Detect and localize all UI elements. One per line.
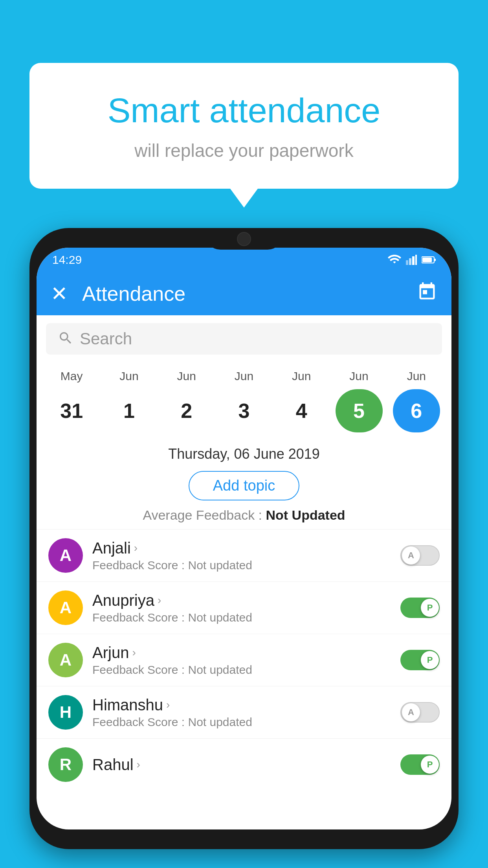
chevron-icon-rahul: › xyxy=(137,758,140,771)
battery-icon xyxy=(422,256,436,264)
avatar-rahul: R xyxy=(48,747,83,782)
student-info-arjun: Arjun › Feedback Score : Not updated xyxy=(92,644,400,677)
toggle-thumb-rahul: P xyxy=(421,756,439,774)
student-info-himanshu: Himanshu › Feedback Score : Not updated xyxy=(92,696,400,729)
month-cell-4: Jun xyxy=(278,370,325,383)
toggle-anupriya[interactable]: P xyxy=(400,598,440,618)
wifi-icon xyxy=(388,255,401,265)
phone-screen: 14:29 xyxy=(37,248,451,829)
status-time: 14:29 xyxy=(52,253,82,267)
avg-feedback-value: Not Updated xyxy=(266,508,345,522)
toggle-arjun[interactable]: P xyxy=(400,650,440,670)
date-cell-1[interactable]: 1 xyxy=(105,389,152,432)
speech-bubble-container: Smart attendance will replace your paper… xyxy=(29,63,459,189)
student-item-himanshu[interactable]: H Himanshu › Feedback Score : Not update… xyxy=(37,686,451,738)
svg-rect-2 xyxy=(412,256,415,265)
svg-rect-0 xyxy=(406,260,408,265)
date-cell-2[interactable]: 2 xyxy=(163,389,210,432)
chevron-icon-arjun: › xyxy=(132,646,136,659)
toggle-thumb-anjali: A xyxy=(402,546,420,565)
toggle-anjali[interactable]: A xyxy=(400,545,440,566)
avatar-anupriya: A xyxy=(48,590,83,625)
toggle-thumb-anupriya: P xyxy=(421,599,439,617)
bubble-subtitle: will replace your paperwork xyxy=(61,140,427,161)
date-cell-3[interactable]: 3 xyxy=(220,389,268,432)
student-item-anjali[interactable]: A Anjali › Feedback Score : Not updated … xyxy=(37,529,451,581)
chevron-icon-anupriya: › xyxy=(158,594,161,607)
month-cell-5: Jun xyxy=(336,370,383,383)
app-header: ✕ Attendance xyxy=(37,272,451,315)
toggle-rahul[interactable]: P xyxy=(400,754,440,775)
student-name-rahul: Rahul › xyxy=(92,756,400,774)
phone-notch xyxy=(205,228,283,250)
student-name-arjun: Arjun › xyxy=(92,644,400,662)
avatar-himanshu: H xyxy=(48,695,83,730)
student-info-anjali: Anjali › Feedback Score : Not updated xyxy=(92,539,400,572)
student-item-anupriya[interactable]: A Anupriya › Feedback Score : Not update… xyxy=(37,581,451,634)
student-name-anupriya: Anupriya › xyxy=(92,592,400,609)
svg-rect-1 xyxy=(409,258,411,265)
student-feedback-anjali: Feedback Score : Not updated xyxy=(92,559,400,572)
student-feedback-arjun: Feedback Score : Not updated xyxy=(92,663,400,677)
svg-rect-6 xyxy=(422,257,432,262)
close-button[interactable]: ✕ xyxy=(51,283,68,304)
calendar-icon[interactable] xyxy=(417,281,437,306)
student-name-himanshu: Himanshu › xyxy=(92,696,400,714)
student-feedback-himanshu: Feedback Score : Not updated xyxy=(92,715,400,729)
header-title: Attendance xyxy=(82,282,417,305)
status-bar: 14:29 xyxy=(37,248,451,272)
toggle-thumb-arjun: P xyxy=(421,651,439,669)
student-info-rahul: Rahul › xyxy=(92,756,400,774)
svg-rect-3 xyxy=(415,255,417,265)
student-item-arjun[interactable]: A Arjun › Feedback Score : Not updated P xyxy=(37,634,451,686)
date-cell-0[interactable]: 31 xyxy=(48,389,95,432)
month-cell-2: Jun xyxy=(163,370,210,383)
student-feedback-anupriya: Feedback Score : Not updated xyxy=(92,611,400,624)
student-name-anjali: Anjali › xyxy=(92,539,400,557)
date-cell-4[interactable]: 4 xyxy=(278,389,325,432)
add-topic-button[interactable]: Add topic xyxy=(189,471,299,500)
date-cell-6[interactable]: 6 xyxy=(393,389,440,432)
svg-rect-5 xyxy=(434,259,436,261)
selected-date-info: Thursday, 06 June 2019 xyxy=(37,440,451,467)
calendar-strip: May Jun Jun Jun Jun Jun Jun 31 1 2 3 4 5… xyxy=(37,362,451,440)
avg-feedback: Average Feedback : Not Updated xyxy=(37,508,451,523)
student-list: A Anjali › Feedback Score : Not updated … xyxy=(37,529,451,791)
search-input[interactable]: Search xyxy=(80,329,132,348)
chevron-icon-himanshu: › xyxy=(166,699,170,711)
phone-camera xyxy=(237,232,251,246)
chevron-icon-anjali: › xyxy=(134,542,138,554)
avg-feedback-label: Average Feedback : xyxy=(143,508,266,522)
search-icon xyxy=(58,330,73,348)
month-cell-0: May xyxy=(48,370,95,383)
student-info-anupriya: Anupriya › Feedback Score : Not updated xyxy=(92,592,400,624)
month-cell-1: Jun xyxy=(105,370,152,383)
student-item-rahul[interactable]: R Rahul › P xyxy=(37,738,451,791)
search-bar[interactable]: Search xyxy=(46,323,442,355)
avatar-arjun: A xyxy=(48,643,83,677)
toggle-himanshu[interactable]: A xyxy=(400,702,440,723)
month-cell-3: Jun xyxy=(220,370,268,383)
date-cell-5[interactable]: 5 xyxy=(336,389,383,432)
signal-icon xyxy=(406,255,417,265)
phone-frame: 14:29 xyxy=(29,228,459,849)
date-row: 31 1 2 3 4 5 6 xyxy=(37,386,451,436)
background: Smart attendance will replace your paper… xyxy=(0,0,488,868)
speech-bubble: Smart attendance will replace your paper… xyxy=(29,63,459,189)
status-icons xyxy=(388,255,436,265)
month-row: May Jun Jun Jun Jun Jun Jun xyxy=(37,366,451,386)
bubble-title: Smart attendance xyxy=(61,90,427,131)
avatar-anjali: A xyxy=(48,538,83,573)
toggle-thumb-himanshu: A xyxy=(402,703,420,721)
month-cell-6: Jun xyxy=(393,370,440,383)
